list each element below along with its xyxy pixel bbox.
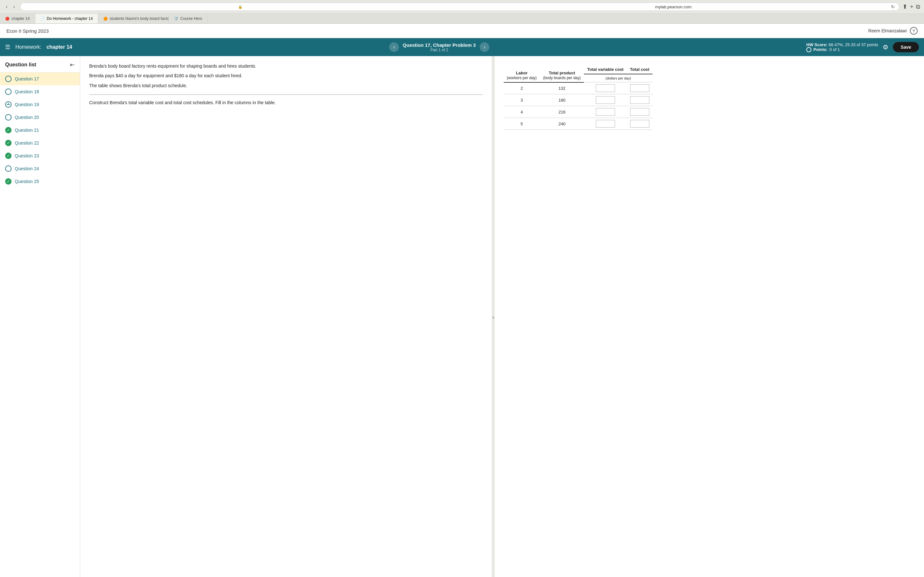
user-area: Reem Elmanzalawi ? <box>868 27 918 35</box>
tab-favicon-4: 🛡️ <box>174 17 178 21</box>
total-product-cell-3: 240 <box>540 118 584 130</box>
col-labor-header: Labor (workers per day) <box>504 65 540 82</box>
cost-table: Labor (workers per day) Total product (b… <box>504 65 653 130</box>
q23-label: Question 23 <box>15 153 39 158</box>
lock-icon: 🔒 <box>25 5 456 9</box>
tvc-input-3[interactable] <box>596 120 615 127</box>
sidebar: Question list ⇤ Question 17 Question 18 … <box>0 56 80 577</box>
tab-favicon-1: 🔴 <box>5 17 10 21</box>
tab-do-homework[interactable]: 📄 Do Homework - chapter 14 <box>35 14 98 23</box>
tab-chapter14[interactable]: 🔴 chapter 14 <box>0 14 35 23</box>
site-title: Econ II Spring 2023 <box>6 28 49 34</box>
sidebar-item-q19[interactable]: Question 19 <box>0 98 80 111</box>
q25-status-icon: ✓ <box>5 178 11 185</box>
tc-input-1[interactable] <box>630 96 649 104</box>
points-circle-icon <box>806 47 811 52</box>
table-row: 2 132 <box>504 82 653 94</box>
back-button[interactable]: ‹ <box>4 3 9 10</box>
sidebar-item-q22[interactable]: ✓ Question 22 <box>0 137 80 149</box>
reload-button[interactable]: ↻ <box>891 4 895 9</box>
prev-question-button[interactable]: ‹ <box>389 42 399 52</box>
points-label: Points: <box>813 47 827 52</box>
browser-actions: ⬆ + ⧉ <box>903 3 920 10</box>
total-product-cell-0: 132 <box>540 82 584 94</box>
tc-cell-0[interactable] <box>627 82 652 94</box>
tvc-cell-3[interactable] <box>584 118 627 130</box>
tc-cell-1[interactable] <box>627 94 652 106</box>
instruction-text: Construct Brenda's total variable cost a… <box>89 100 483 105</box>
q24-status-icon <box>5 165 11 172</box>
tc-input-2[interactable] <box>630 108 649 116</box>
user-name: Reem Elmanzalawi <box>868 28 907 33</box>
q22-status-icon: ✓ <box>5 140 11 146</box>
q24-label: Question 24 <box>15 166 39 171</box>
tvc-cell-2[interactable] <box>584 106 627 118</box>
browser-controls: ‹ › <box>4 3 17 10</box>
collapse-sidebar-button[interactable]: ⇤ <box>70 61 75 68</box>
table-row: 4 216 <box>504 106 653 118</box>
col-tvc-header: Total variable cost <box>584 65 627 74</box>
sidebar-item-q23[interactable]: ✓ Question 23 <box>0 149 80 162</box>
tc-cell-2[interactable] <box>627 106 652 118</box>
sidebar-item-q20[interactable]: Question 20 <box>0 111 80 124</box>
forward-button[interactable]: › <box>11 3 17 10</box>
tab-naomi[interactable]: 🟠 students Naomi's body board factory re… <box>98 14 169 23</box>
tvc-input-2[interactable] <box>596 108 615 116</box>
question-content: Brenda's body board factory rents equipm… <box>80 56 492 117</box>
total-product-cell-1: 180 <box>540 94 584 106</box>
divider <box>89 94 483 95</box>
sidebar-title: Question list <box>5 62 36 68</box>
homework-chapter: chapter 14 <box>47 44 72 50</box>
total-product-cell-2: 216 <box>540 106 584 118</box>
labor-cell-1: 3 <box>504 94 540 106</box>
q20-label: Question 20 <box>15 115 39 120</box>
tc-input-0[interactable] <box>630 84 649 92</box>
tab-label-1: chapter 14 <box>11 16 30 21</box>
nav-score: HW Score: 68.47%, 25.33 of 37 points Poi… <box>806 42 878 52</box>
q21-status-icon: ✓ <box>5 127 11 133</box>
address-bar[interactable]: 🔒 mylab.pearson.com ↻ <box>20 3 900 11</box>
nav-right: HW Score: 68.47%, 25.33 of 37 points Poi… <box>806 42 919 52</box>
nav-bar: ☰ Homework: chapter 14 ‹ Question 17, Ch… <box>0 38 924 56</box>
hw-score-value: 68.47%, 25.33 of 37 points <box>829 42 879 47</box>
settings-button[interactable]: ⚙ <box>883 43 888 51</box>
sidebar-item-q17[interactable]: Question 17 <box>0 73 80 85</box>
sidebar-item-q25[interactable]: ✓ Question 25 <box>0 175 80 188</box>
tvc-input-1[interactable] <box>596 96 615 104</box>
browser-tabs: 🔴 chapter 14 📄 Do Homework - chapter 14 … <box>0 14 924 24</box>
labor-cell-0: 2 <box>504 82 540 94</box>
browser-chrome: ‹ › 🔒 mylab.pearson.com ↻ ⬆ + ⧉ <box>0 0 924 14</box>
hamburger-button[interactable]: ☰ <box>5 44 10 51</box>
question-info: Question 17, Chapter Problem 3 Part 1 of… <box>403 42 476 52</box>
tvc-input-0[interactable] <box>596 84 615 92</box>
question-title: Question 17, Chapter Problem 3 <box>403 42 476 48</box>
content-area: Brenda's body board factory rents equipm… <box>80 56 492 577</box>
help-button[interactable]: ? <box>910 27 918 35</box>
q20-status-icon <box>5 114 11 121</box>
tab-favicon-2: 📄 <box>40 17 45 21</box>
tabs-button[interactable]: ⧉ <box>916 3 920 10</box>
q23-status-icon: ✓ <box>5 153 11 159</box>
sidebar-item-q21[interactable]: ✓ Question 21 <box>0 124 80 137</box>
sidebar-item-q18[interactable]: Question 18 <box>0 85 80 98</box>
drag-handle[interactable]: • • • <box>492 56 495 577</box>
save-button[interactable]: Save <box>893 42 919 52</box>
share-button[interactable]: ⬆ <box>903 3 907 10</box>
tab-course-hero[interactable]: 🛡️ Course Hero <box>169 14 208 23</box>
tc-cell-3[interactable] <box>627 118 652 130</box>
q18-label: Question 18 <box>15 89 39 94</box>
next-question-button[interactable]: › <box>480 42 489 52</box>
tab-label-4: Course Hero <box>180 16 202 21</box>
tvc-cell-0[interactable] <box>584 82 627 94</box>
tab-favicon-3: 🟠 <box>103 17 108 21</box>
tvc-cell-1[interactable] <box>584 94 627 106</box>
labor-cell-3: 5 <box>504 118 540 130</box>
q19-label: Question 19 <box>15 102 39 107</box>
sidebar-item-q24[interactable]: Question 24 <box>0 162 80 175</box>
q22-label: Question 22 <box>15 140 39 145</box>
tab-label-2: Do Homework - chapter 14 <box>47 16 93 21</box>
tab-label-3: students Naomi's body board factory rent… <box>110 16 169 21</box>
tc-input-3[interactable] <box>630 120 649 127</box>
q17-status-icon <box>5 76 11 82</box>
new-tab-button[interactable]: + <box>910 3 913 10</box>
